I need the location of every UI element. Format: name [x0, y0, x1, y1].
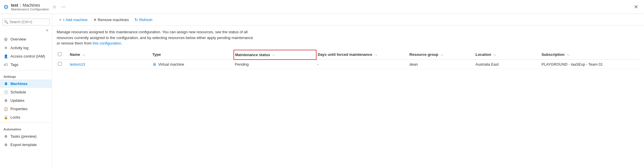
col-header-maintenance-status[interactable]: Maintenance status ↑↓: [234, 50, 316, 60]
sidebar-item-machines[interactable]: 🖥 Machines: [0, 80, 52, 88]
table-row: testvm13 🖥 Virtual machine Pending -: [57, 60, 639, 69]
machines-table-container: Name ↑↓ Type Maintenance status ↑↓ Days …: [52, 50, 644, 69]
sidebar-item-access-control[interactable]: 👤 Access control (IAM): [0, 52, 52, 60]
table-header-row: Name ↑↓ Type Maintenance status ↑↓ Days …: [57, 50, 639, 60]
col-header-checkbox[interactable]: [57, 50, 69, 60]
location-value: Australia East: [475, 62, 498, 67]
tags-icon: 🏷: [3, 63, 8, 67]
row-days-cell: -: [316, 60, 408, 69]
days-forced-value: -: [317, 62, 319, 67]
location-sort-icon: ↑↓: [493, 53, 496, 56]
row-rg-cell: dean: [408, 60, 474, 69]
sidebar-item-activity-log[interactable]: ≡ Activity log: [0, 43, 52, 52]
refresh-button[interactable]: ↻ Refresh: [132, 16, 155, 23]
app-icon: ⚙: [3, 3, 9, 10]
export-icon: ⚙: [3, 143, 8, 147]
top-bar-left: ⚙ test | Machines Maintenance Configurat…: [3, 3, 67, 11]
row-name-cell: testvm13: [69, 60, 151, 69]
resource-group-value: dean: [409, 62, 418, 67]
sidebar-divider-1: [0, 70, 52, 70]
locks-icon: 🔒: [3, 115, 8, 119]
remove-machines-button[interactable]: ✕ Remove machines: [91, 16, 131, 23]
sidebar-label-locks: Locks: [10, 115, 20, 119]
col-header-days-forced[interactable]: Days until forced maintenance ↑↓: [316, 50, 408, 60]
subscription-sort-icon: ↑↓: [567, 53, 570, 56]
toolbar: + + Add machine ✕ Remove machines ↻ Refr…: [52, 14, 644, 26]
name-sort-icon: ↑↓: [82, 53, 85, 56]
collapse-sidebar-button[interactable]: «: [44, 27, 51, 34]
search-input[interactable]: [2, 19, 49, 25]
days-sort-icon: ↑↓: [374, 53, 377, 56]
sidebar-item-properties[interactable]: 📋 Properties: [0, 105, 52, 113]
sidebar-item-schedule[interactable]: 🕐 Schedule: [0, 88, 52, 96]
overview-icon: ◎: [3, 37, 8, 41]
sidebar-label-activity-log: Activity log: [10, 46, 28, 50]
activity-log-icon: ≡: [3, 45, 8, 50]
search-container: 🔍: [2, 19, 49, 25]
row-type-cell: 🖥 Virtual machine: [151, 60, 234, 69]
more-options-button[interactable]: ···: [60, 3, 67, 11]
refresh-icon: ↻: [135, 17, 138, 22]
tasks-icon: ⚙: [3, 134, 8, 139]
sidebar-item-locks[interactable]: 🔒 Locks: [0, 113, 52, 121]
machines-icon: 🖥: [3, 82, 8, 86]
row-checkbox-cell[interactable]: [57, 60, 69, 69]
row-subscription-cell: PLAYGROUND - IaaSExp - Team 01: [540, 60, 639, 69]
separator: |: [20, 3, 21, 8]
sidebar: 🔍 « ◎ Overview ≡ Activity log 👤 Access c…: [0, 14, 52, 168]
sidebar-item-overview[interactable]: ◎ Overview: [0, 35, 52, 43]
maintenance-status-value: Pending: [235, 62, 249, 67]
remove-machines-label: Remove machines: [98, 18, 129, 22]
refresh-label: Refresh: [139, 18, 152, 22]
col-header-name[interactable]: Name ↑↓: [69, 50, 151, 60]
breadcrumb: test | Machines: [11, 3, 49, 8]
remove-icon: ✕: [93, 18, 97, 22]
subscription-value: PLAYGROUND - IaaSExp - Team 01: [542, 62, 603, 67]
col-header-type[interactable]: Type: [151, 50, 234, 60]
col-header-resource-group[interactable]: Resource group ↑↓: [408, 50, 474, 60]
sidebar-label-tags: Tags: [10, 62, 18, 67]
add-icon: +: [59, 17, 61, 22]
sidebar-label-schedule: Schedule: [10, 90, 26, 94]
sidebar-item-tags[interactable]: 🏷 Tags: [0, 60, 52, 69]
sidebar-label-tasks: Tasks (preview): [10, 134, 36, 139]
star-button[interactable]: ☆: [51, 3, 58, 11]
row-status-cell: Pending: [234, 60, 316, 69]
add-machine-button[interactable]: + + Add machine: [57, 16, 90, 23]
sidebar-divider-2: [0, 123, 52, 123]
sidebar-label-updates: Updates: [10, 98, 24, 103]
col-header-subscription[interactable]: Subscription ↑↓: [540, 50, 639, 60]
sidebar-label-export: Export template: [10, 143, 37, 147]
add-machine-label: + Add machine: [62, 18, 87, 22]
close-button[interactable]: ✕: [632, 3, 641, 11]
description-text-1: Manage resources assigned to this mainte…: [57, 30, 253, 45]
status-sort-icon: ↑↓: [272, 53, 275, 57]
col-header-location[interactable]: Location ↑↓: [474, 50, 540, 60]
this-configuration-link[interactable]: this configuration: [93, 41, 121, 45]
select-all-checkbox[interactable]: [58, 52, 62, 56]
sidebar-item-export-template[interactable]: ⚙ Export template: [0, 141, 52, 149]
sidebar-label-properties: Properties: [10, 107, 27, 111]
machines-table: Name ↑↓ Type Maintenance status ↑↓ Days …: [57, 50, 639, 69]
content-area: + + Add machine ✕ Remove machines ↻ Refr…: [52, 14, 644, 168]
automation-section-title: Automation: [0, 124, 52, 132]
sidebar-label-machines: Machines: [10, 82, 27, 86]
sidebar-item-updates[interactable]: ⚙ Updates: [0, 96, 52, 105]
title-area: test | Machines Maintenance Configuratio…: [11, 3, 49, 11]
row-checkbox[interactable]: [58, 62, 62, 66]
vm-name-link[interactable]: testvm13: [70, 62, 85, 67]
row-location-cell: Australia East: [474, 60, 540, 69]
updates-icon: ⚙: [3, 99, 8, 103]
search-icon: 🔍: [4, 20, 8, 24]
resource-type: Machines: [23, 3, 40, 8]
description-text-2: .: [121, 41, 122, 45]
properties-icon: 📋: [3, 107, 8, 111]
rg-sort-icon: ↑↓: [441, 53, 444, 56]
sidebar-item-tasks-preview[interactable]: ⚙ Tasks (preview): [0, 132, 52, 141]
vm-type-icon: 🖥: [152, 62, 156, 67]
description-area: Manage resources assigned to this mainte…: [52, 26, 260, 50]
resource-name: test: [11, 3, 18, 8]
settings-section-title: Settings: [0, 71, 52, 80]
sidebar-label-overview: Overview: [10, 37, 26, 41]
vm-type-label: Virtual machine: [158, 62, 184, 67]
